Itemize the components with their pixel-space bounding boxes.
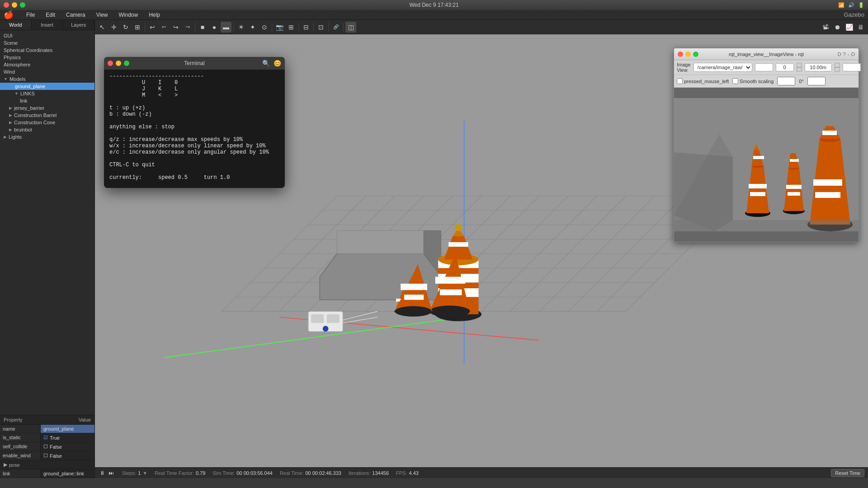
svg-rect-71 bbox=[753, 156, 764, 159]
smooth-value-input[interactable] bbox=[777, 77, 795, 85]
tree-bruinbot[interactable]: ▶ bruinbot bbox=[0, 126, 94, 133]
volume-icon: 🔊 bbox=[848, 2, 854, 8]
rotate-button[interactable]: ↻ bbox=[120, 22, 131, 33]
pressed-mouse-checkbox[interactable] bbox=[677, 78, 683, 84]
redo-button[interactable]: ↪ bbox=[170, 22, 181, 33]
properties-panel: Property Value name ground_plane is_stat… bbox=[0, 415, 94, 478]
tree-spherical[interactable]: Spherical Coordinates bbox=[0, 47, 94, 54]
terminal-search-icon[interactable]: 🔍 bbox=[262, 60, 270, 67]
mac-maximize-btn[interactable] bbox=[20, 2, 25, 8]
self-collide-checkbox[interactable]: ☐ bbox=[43, 444, 48, 450]
terminal-content[interactable]: ----------------------------- U I 0 J K … bbox=[104, 70, 285, 188]
value1-input[interactable] bbox=[755, 63, 773, 71]
tree-link[interactable]: link bbox=[0, 97, 94, 104]
tree-ground-plane[interactable]: ▼ ground_plane bbox=[0, 83, 94, 90]
mac-close-btn[interactable] bbox=[4, 2, 9, 8]
is-static-checkbox[interactable]: ☑ bbox=[43, 435, 48, 441]
imageview-dash-btn[interactable]: - bbox=[848, 52, 849, 57]
imageview-help-btn[interactable]: ? bbox=[843, 52, 846, 57]
menu-file[interactable]: File bbox=[24, 11, 37, 19]
tree-jersey[interactable]: ▶ jersey_barrier bbox=[0, 104, 94, 112]
screenshot-button[interactable]: 📷 bbox=[274, 22, 285, 33]
terminal-toolbar-button[interactable]: 🖥 bbox=[855, 22, 866, 33]
sep6 bbox=[313, 23, 314, 32]
value2-input[interactable] bbox=[776, 63, 794, 71]
scale-button[interactable]: ⊞ bbox=[132, 22, 143, 33]
smooth-scaling-checkbox[interactable] bbox=[732, 78, 738, 84]
imageview-close-btn[interactable] bbox=[678, 52, 683, 57]
value3-up[interactable]: ▲ bbox=[835, 63, 840, 67]
box-button[interactable]: ■ bbox=[197, 22, 208, 33]
undo-step-button[interactable]: ↩· bbox=[159, 22, 170, 33]
tab-insert[interactable]: Insert bbox=[32, 20, 63, 30]
chart-button[interactable]: 📈 bbox=[844, 22, 854, 33]
grid-button[interactable]: ⊞ bbox=[286, 22, 297, 33]
reset-time-button[interactable]: Reset Time bbox=[831, 469, 864, 477]
terminal-close-btn[interactable] bbox=[108, 61, 113, 66]
menu-camera[interactable]: Camera bbox=[64, 11, 87, 19]
terminal-traffic-lights bbox=[108, 61, 129, 66]
record-video-button[interactable]: ⏺ bbox=[832, 22, 843, 33]
imageview-panel-title: Image View bbox=[677, 62, 691, 73]
spot-light-button[interactable]: ⊙ bbox=[259, 22, 270, 33]
menu-window[interactable]: Window bbox=[117, 11, 140, 19]
pose-arrow: ▶ bbox=[4, 462, 7, 468]
sep1 bbox=[145, 23, 145, 32]
tree-models[interactable]: ▼ Models bbox=[0, 75, 94, 83]
apple-icon[interactable]: 🍎 bbox=[4, 10, 14, 20]
tree-construction-cone[interactable]: ▶ Construction Cone bbox=[0, 119, 94, 126]
tree-construction-barrel[interactable]: ▶ Construction Barrel bbox=[0, 112, 94, 119]
tree-gui[interactable]: GUI bbox=[0, 32, 94, 39]
align-button[interactable]: ⊟ bbox=[301, 22, 311, 33]
imageview-d-btn[interactable]: D bbox=[838, 52, 841, 57]
value3-down[interactable]: ▼ bbox=[835, 67, 840, 72]
tree-scene[interactable]: Scene bbox=[0, 39, 94, 47]
topic-select[interactable]: /camera/image_raw/co bbox=[693, 63, 752, 72]
wifi-icon: 📶 bbox=[838, 2, 844, 8]
mac-minimize-btn[interactable] bbox=[12, 2, 17, 8]
sun-button[interactable]: ☀ bbox=[236, 22, 246, 33]
sphere-button[interactable]: ● bbox=[209, 22, 220, 33]
translate-button[interactable]: ✛ bbox=[108, 22, 119, 33]
redo-step-button[interactable]: ·↪ bbox=[182, 22, 193, 33]
terminal-maximize-btn[interactable] bbox=[124, 61, 129, 66]
spinner-up[interactable]: ▲ bbox=[797, 63, 802, 67]
tab-layers[interactable]: Layers bbox=[63, 20, 94, 30]
view-button[interactable]: ◫ bbox=[345, 22, 356, 33]
link-button[interactable]: 🔗 bbox=[330, 22, 341, 33]
tree-wind[interactable]: Wind bbox=[0, 68, 94, 75]
sep8 bbox=[343, 23, 344, 32]
undo-button[interactable]: ↩ bbox=[147, 22, 158, 33]
value4-input[interactable] bbox=[843, 63, 861, 71]
pause-button[interactable]: ⏸ bbox=[99, 469, 106, 477]
menu-edit[interactable]: Edit bbox=[44, 11, 57, 19]
imageview-canvas[interactable] bbox=[674, 88, 859, 242]
cylinder-button[interactable]: ▬ bbox=[221, 22, 231, 33]
point-light-button[interactable]: ✦ bbox=[247, 22, 258, 33]
tab-world[interactable]: World bbox=[0, 20, 32, 30]
prop-pose[interactable]: ▶ pose bbox=[0, 460, 94, 469]
imageview-maximize-btn[interactable] bbox=[693, 52, 698, 57]
menu-view[interactable]: View bbox=[94, 11, 110, 19]
menu-help[interactable]: Help bbox=[147, 11, 162, 19]
viewport[interactable]: Terminal 🔍 😊 ---------------------------… bbox=[95, 34, 868, 467]
imageview-minimize-btn[interactable] bbox=[685, 52, 691, 57]
tree-physics[interactable]: Physics bbox=[0, 54, 94, 61]
statusbar: ⏸ ⏭ Steps: 1 ▼ Real Time Factor: 0.79 Si… bbox=[95, 467, 868, 478]
spinner-down[interactable]: ▼ bbox=[797, 67, 802, 72]
snap-button[interactable]: ⊡ bbox=[316, 22, 326, 33]
camera-button[interactable]: 📽 bbox=[820, 22, 831, 33]
angle-input[interactable] bbox=[807, 77, 826, 85]
tree-lights[interactable]: ▶ Lights bbox=[0, 133, 94, 141]
terminal-minimize-btn[interactable] bbox=[116, 61, 121, 66]
step-button[interactable]: ⏭ bbox=[108, 469, 115, 477]
terminal-emoji-icon[interactable]: 😊 bbox=[274, 60, 281, 67]
select-mode-button[interactable]: ↖ bbox=[97, 22, 108, 33]
tree-atmosphere[interactable]: Atmosphere bbox=[0, 61, 94, 68]
imageview-close-x-btn[interactable]: O bbox=[851, 52, 855, 57]
enable-wind-checkbox[interactable]: ☐ bbox=[43, 453, 48, 459]
svg-rect-76 bbox=[788, 192, 800, 196]
steps-down-icon[interactable]: ▼ bbox=[142, 470, 147, 476]
tree-links[interactable]: ▼ LINKS bbox=[0, 90, 94, 97]
value3-input[interactable] bbox=[805, 63, 832, 71]
